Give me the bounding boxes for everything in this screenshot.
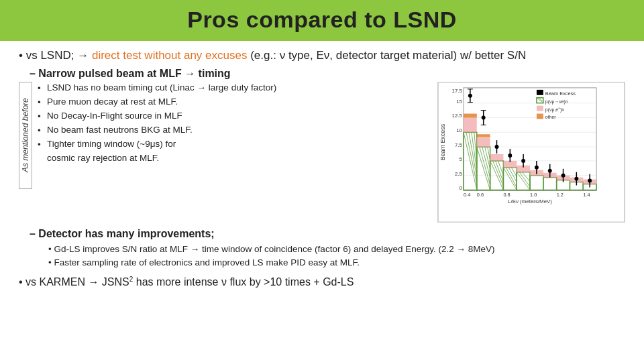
mlf-bullet-2-text: Pure muon decay at rest at MLF. <box>47 96 178 109</box>
svg-text:2.5: 2.5 <box>455 171 463 177</box>
mlf-bullet-5-cont: • cosmic ray rejection at MLF. <box>38 152 276 166</box>
detector-bullet-2: • Faster sampling rate of electronics an… <box>48 256 625 269</box>
mlf-bullet-3-text: No Decay-In-Flight source in MLF <box>47 110 182 123</box>
svg-text:0.8: 0.8 <box>503 192 510 198</box>
bottom-bullet-arrow: → <box>88 277 99 288</box>
sub-dash1-arrow: → <box>184 68 195 79</box>
svg-text:1.2: 1.2 <box>557 192 564 198</box>
svg-text:0.6: 0.6 <box>477 192 484 198</box>
header-bar: Pros compared to LSND <box>0 0 644 41</box>
svg-rect-60 <box>477 135 490 137</box>
svg-text:15: 15 <box>456 99 462 105</box>
mlf-bullet-2: • Pure muon decay at rest at MLF. <box>38 96 276 109</box>
bullet1-prefix: vs LSND; <box>26 49 78 62</box>
bullet1-arrow: → <box>77 49 89 62</box>
svg-text:L/Eν  (meters/MeV): L/Eν (meters/MeV) <box>508 199 552 205</box>
bottom-bullet: • vs KARMEN → JSNS2 has more intense ν f… <box>19 275 625 290</box>
page-title: Pros compared to LSND <box>187 7 457 32</box>
mlf-bullet-1: • LSND has no beam timing cut (Linac → l… <box>38 82 276 95</box>
bullet-dot: • <box>38 82 44 95</box>
svg-text:17.5: 17.5 <box>452 88 463 94</box>
bottom-bullet-text: JSNS <box>102 277 129 288</box>
left-panel: As mentioned before • LSND has no beam t… <box>19 82 431 223</box>
bottom-bullet-sup: 2 <box>129 276 133 283</box>
svg-text:12.5: 12.5 <box>452 113 463 119</box>
mlf-bullet-5-text: Tighter timing window (~9μs) for <box>47 138 176 151</box>
bullet1-highlight: direct test without any excuses <box>92 49 248 62</box>
bottom-bullet-end: has more intense ν flux by >10 times + G… <box>136 277 354 288</box>
svg-rect-51 <box>490 154 504 161</box>
mlf-bullet-5-cont-text: cosmic ray rejection at MLF. <box>47 152 159 165</box>
svg-rect-50 <box>477 137 490 147</box>
sub-dash1-text: – Narrow pulsed beam at MLF <box>30 68 184 79</box>
bottom-bullet-prefix: vs KARMEN <box>25 277 88 288</box>
rotated-label: As mentioned before <box>19 82 32 189</box>
svg-rect-100 <box>537 114 543 119</box>
sub-dash-1: – Narrow pulsed beam at MLF → timing <box>30 66 625 81</box>
svg-text:0.4: 0.4 <box>464 192 470 198</box>
svg-text:Beam Excess: Beam Excess <box>439 124 446 161</box>
svg-text:1.4: 1.4 <box>583 192 590 198</box>
mlf-bullet-4-text: No beam fast neutrons BKG at MLF. <box>47 124 193 137</box>
svg-rect-98 <box>537 106 543 111</box>
sub-dash2-text: – Detector has many improvements; <box>30 228 215 239</box>
svg-text:0: 0 <box>460 186 463 192</box>
bullet-dot: • <box>38 111 44 123</box>
bullet-main-1: • vs LSND; → direct test without any exc… <box>19 48 625 64</box>
svg-text:5: 5 <box>460 156 463 162</box>
sub-content-area: As mentioned before • LSND has no beam t… <box>19 82 625 223</box>
svg-rect-49 <box>464 118 477 133</box>
detector-bullet-1: • Gd-LS improves S/N ratio at MLF → time… <box>48 243 625 256</box>
svg-text:p(νμ,e°)n: p(νμ,e°)n <box>545 107 564 113</box>
bullet-dot: • <box>38 139 44 152</box>
mlf-bullet-4: • No beam fast neutrons BKG at MLF. <box>38 124 276 137</box>
mlf-bullet-3: • No Decay-In-Flight source in MLF <box>38 110 276 123</box>
bottom-bullet-dot: • <box>19 277 25 288</box>
svg-text:1.0: 1.0 <box>530 192 537 198</box>
svg-text:7.5: 7.5 <box>455 142 463 148</box>
svg-text:other: other <box>545 115 556 120</box>
sub-dash1-end: timing <box>195 68 230 79</box>
bullet-dot-main: • <box>19 49 26 62</box>
mlf-bullet-5: • Tighter timing window (~9μs) for <box>38 138 276 152</box>
chart-svg: Beam Excess 0 2.5 5 7.5 10 12.5 15 17.5 <box>438 82 625 222</box>
bullet-dot: • <box>38 125 44 137</box>
svg-rect-59 <box>464 114 477 118</box>
bullet1-rest: (e.g.: ν type, Eν, detector target mater… <box>250 49 526 62</box>
sub-dash-2: – Detector has many improvements; <box>30 227 625 241</box>
svg-text:p(νμ→νe)n: p(νμ→νe)n <box>545 99 568 105</box>
detector-improvements: – Detector has many improvements; • Gd-L… <box>19 227 625 269</box>
chart-area: Beam Excess 0 2.5 5 7.5 10 12.5 15 17.5 <box>437 82 625 223</box>
mlf-bullets-list: • LSND has no beam timing cut (Linac → l… <box>38 82 276 165</box>
svg-text:10: 10 <box>456 128 462 134</box>
svg-rect-92 <box>537 90 543 95</box>
detector-bullets: • Gd-LS improves S/N ratio at MLF → time… <box>48 243 625 270</box>
main-content: • vs LSND; → direct test without any exc… <box>0 41 644 296</box>
svg-text:Beam Excess: Beam Excess <box>545 90 576 97</box>
mlf-bullet-1-text: LSND has no beam timing cut (Linac → lar… <box>47 82 276 95</box>
bullet-dot: • <box>38 97 44 109</box>
